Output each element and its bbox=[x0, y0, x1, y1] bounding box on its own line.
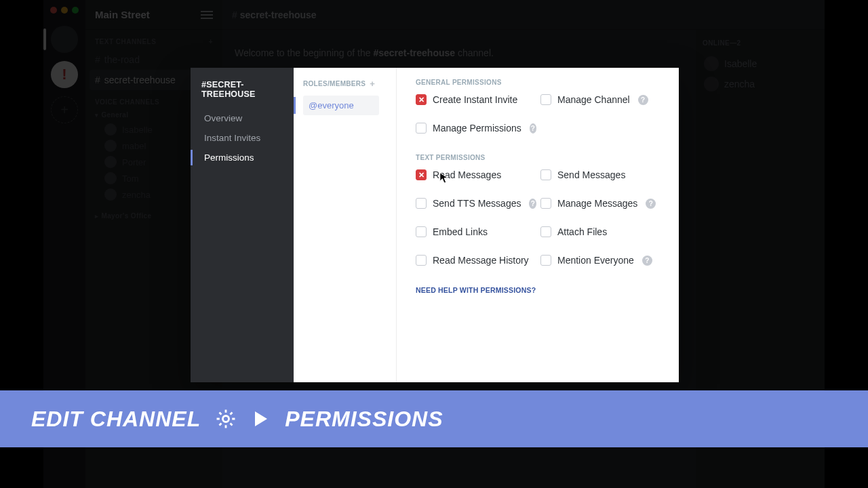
perm-label: Embed Links bbox=[433, 226, 488, 237]
close-window-icon[interactable] bbox=[50, 7, 57, 14]
perm-label: Send TTS Messages bbox=[433, 198, 521, 209]
checkbox-icon[interactable] bbox=[540, 226, 551, 237]
perm-label: Manage Channel bbox=[557, 94, 630, 105]
welcome-text: channel. bbox=[455, 47, 494, 58]
members-header: ONLINE—2 bbox=[703, 39, 818, 47]
voice-header: VOICE CHANNELS bbox=[95, 98, 159, 106]
hamburger-icon[interactable] bbox=[201, 14, 213, 16]
cursor-icon bbox=[439, 172, 449, 184]
server-header[interactable]: Main Street bbox=[85, 0, 222, 30]
perm-read-messages[interactable]: Read Messages bbox=[416, 169, 536, 180]
avatar bbox=[704, 77, 719, 92]
sidebar-item-overview[interactable]: Overview bbox=[201, 108, 288, 128]
section-general-permissions: GENERAL PERMISSIONS bbox=[416, 79, 664, 86]
server-avatar-main-street[interactable] bbox=[51, 26, 78, 53]
perm-label: Attach Files bbox=[557, 226, 607, 237]
role-everyone[interactable]: @everyone bbox=[303, 96, 379, 115]
perm-send-tts[interactable]: Send TTS Messages ? bbox=[416, 198, 536, 209]
perm-create-instant-invite[interactable]: Create Instant Invite bbox=[416, 94, 536, 105]
svg-point-0 bbox=[223, 415, 229, 422]
channel-label: the-road bbox=[104, 54, 140, 65]
help-icon[interactable]: ? bbox=[638, 95, 648, 105]
perm-mention-everyone[interactable]: Mention Everyone ? bbox=[540, 255, 661, 266]
perm-manage-messages[interactable]: Manage Messages ? bbox=[540, 198, 661, 209]
welcome-text: the beginning of the bbox=[288, 47, 374, 58]
perm-label: Mention Everyone bbox=[557, 255, 634, 266]
modal-sidebar: #SECRET-TREEHOUSE Overview Instant Invit… bbox=[191, 68, 294, 382]
member-row[interactable]: zencha bbox=[703, 74, 818, 94]
minimize-window-icon[interactable] bbox=[61, 7, 68, 14]
checkbox-icon[interactable] bbox=[540, 169, 551, 180]
maximize-window-icon[interactable] bbox=[72, 7, 79, 14]
checkbox-icon[interactable] bbox=[540, 198, 551, 209]
sidebar-item-permissions[interactable]: Permissions bbox=[201, 148, 288, 167]
checkbox-icon[interactable] bbox=[540, 255, 551, 266]
server-avatar-alert[interactable]: ! bbox=[51, 61, 78, 88]
text-channels-header: TEXT CHANNELS bbox=[95, 38, 156, 45]
perm-label: Manage Messages bbox=[557, 198, 637, 209]
chat-header: # secret-treehouse bbox=[222, 0, 825, 30]
voice-user-name: zencha bbox=[122, 190, 151, 200]
perm-send-messages[interactable]: Send Messages bbox=[540, 169, 661, 180]
avatar bbox=[104, 140, 117, 152]
perm-label: Create Instant Invite bbox=[433, 94, 517, 105]
banner-permissions: PERMISSIONS bbox=[285, 407, 443, 432]
help-icon[interactable]: ? bbox=[646, 199, 656, 209]
perm-label: Send Messages bbox=[557, 169, 625, 180]
voice-user-name: Isabelle bbox=[122, 125, 153, 135]
add-server-button[interactable]: + bbox=[51, 96, 78, 123]
perm-manage-permissions[interactable]: Manage Permissions ? bbox=[416, 123, 536, 134]
chevron-right-icon[interactable]: ▸ bbox=[95, 213, 98, 220]
perm-read-history[interactable]: Read Message History bbox=[416, 255, 536, 266]
channel-label: secret-treehouse bbox=[104, 75, 176, 85]
member-name: zencha bbox=[724, 79, 755, 89]
voice-user-name: mabel bbox=[122, 141, 146, 151]
avatar bbox=[704, 56, 719, 71]
help-icon[interactable]: ? bbox=[529, 199, 536, 209]
avatar bbox=[104, 156, 117, 168]
checkbox-deny-icon[interactable] bbox=[416, 169, 427, 180]
welcome-channel: #secret-treehouse bbox=[373, 47, 455, 58]
checkbox-icon[interactable] bbox=[416, 255, 427, 266]
avatar bbox=[104, 172, 117, 184]
window-traffic-lights bbox=[50, 7, 79, 14]
hash-icon: # bbox=[232, 9, 237, 20]
tutorial-banner: EDIT CHANNEL PERMISSIONS bbox=[0, 390, 868, 447]
hash-icon: # bbox=[95, 75, 100, 85]
voice-user-name: Porter bbox=[122, 157, 146, 167]
need-help-link[interactable]: NEED HELP WITH PERMISSIONS? bbox=[416, 286, 664, 294]
add-role-icon[interactable]: + bbox=[370, 79, 375, 89]
checkbox-deny-icon[interactable] bbox=[416, 94, 427, 105]
voice-channel-general[interactable]: General bbox=[101, 111, 128, 119]
play-icon bbox=[255, 411, 267, 426]
hash-icon: # bbox=[95, 54, 100, 65]
sidebar-item-invites[interactable]: Instant Invites bbox=[201, 128, 288, 148]
roles-header: ROLES/MEMBERS bbox=[303, 80, 366, 87]
checkbox-icon[interactable] bbox=[416, 226, 427, 237]
help-icon[interactable]: ? bbox=[530, 123, 536, 134]
member-name: Isabelle bbox=[724, 58, 757, 69]
roles-panel: ROLES/MEMBERS + @everyone bbox=[294, 68, 397, 382]
perm-label: Read Message History bbox=[433, 255, 529, 266]
gear-icon bbox=[214, 407, 237, 430]
welcome-text: Welcome to bbox=[235, 47, 288, 58]
checkbox-icon[interactable] bbox=[416, 198, 427, 209]
perm-manage-channel[interactable]: Manage Channel ? bbox=[540, 94, 661, 105]
voice-user-name: Tom bbox=[122, 174, 139, 184]
perm-embed-links[interactable]: Embed Links bbox=[416, 226, 536, 237]
chevron-down-icon[interactable]: ▾ bbox=[95, 112, 98, 119]
modal-title: #SECRET-TREEHOUSE bbox=[201, 80, 288, 99]
member-row[interactable]: Isabelle bbox=[703, 54, 818, 74]
perm-attach-files[interactable]: Attach Files bbox=[540, 226, 661, 237]
voice-channel-mayors-office[interactable]: Mayor's Office bbox=[101, 212, 151, 220]
channel-the-road[interactable]: # the-road bbox=[90, 49, 218, 70]
checkbox-icon[interactable] bbox=[540, 94, 551, 105]
section-text-permissions: TEXT PERMISSIONS bbox=[416, 154, 664, 161]
checkbox-icon[interactable] bbox=[416, 123, 427, 134]
server-name: Main Street bbox=[95, 9, 150, 20]
perm-label: Manage Permissions bbox=[433, 123, 521, 134]
avatar bbox=[104, 188, 117, 201]
add-text-channel-icon[interactable]: + bbox=[209, 38, 213, 45]
help-icon[interactable]: ? bbox=[642, 256, 652, 266]
avatar bbox=[104, 123, 117, 136]
